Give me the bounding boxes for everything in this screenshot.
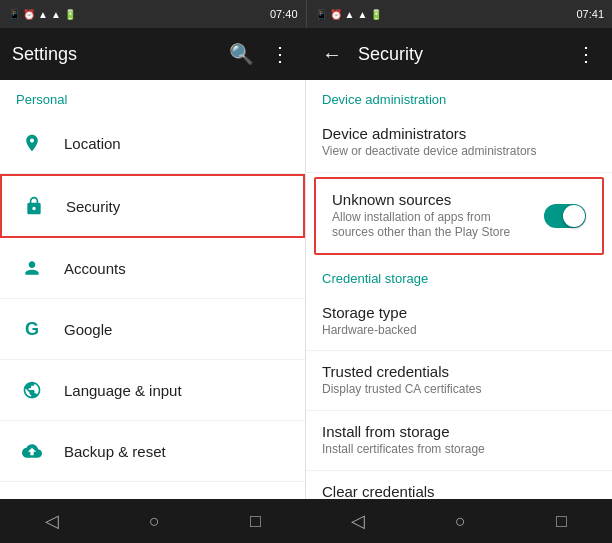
security-item-subtitle-1: Display trusted CA certificates	[322, 382, 596, 398]
security-item-text-0: Storage typeHardware-backed	[322, 304, 596, 339]
settings-item-security[interactable]: Security	[0, 174, 305, 238]
security-item-row-1: Unknown sourcesAllow installation of app…	[332, 191, 586, 241]
security-item-text-1: Trusted credentialsDisplay trusted CA ce…	[322, 363, 596, 398]
left-time: 07:40	[270, 8, 298, 20]
settings-item-icon-3: G	[16, 313, 48, 345]
security-item-clear-credentials[interactable]: Clear credentials	[306, 471, 612, 499]
security-item-trusted-credentials[interactable]: Trusted credentialsDisplay trusted CA ce…	[306, 351, 612, 411]
unknown-sources-toggle[interactable]	[544, 204, 586, 228]
settings-item-icon-5	[16, 435, 48, 467]
right-alarm-icon: ⏰	[330, 9, 342, 20]
security-item-row-1: Trusted credentialsDisplay trusted CA ce…	[322, 363, 596, 398]
security-item-row-0: Storage typeHardware-backed	[322, 304, 596, 339]
settings-item-accounts[interactable]: Accounts	[0, 238, 305, 299]
wifi-icon: ▲	[51, 9, 61, 20]
security-item-unknown-sources[interactable]: Unknown sourcesAllow installation of app…	[314, 177, 604, 255]
main-content: Personal LocationSecurityAccountsGGoogle…	[0, 80, 612, 499]
security-item-row-2: Install from storageInstall certificates…	[322, 423, 596, 458]
security-item-storage-type[interactable]: Storage typeHardware-backed	[306, 292, 612, 352]
left-nav-bar: ◁ ○ □	[0, 499, 306, 543]
left-recent-nav-icon[interactable]: □	[250, 511, 261, 532]
security-more-icon[interactable]: ⋮	[572, 38, 600, 70]
security-panel: Device administrationDevice administrato…	[306, 80, 612, 499]
left-toolbar: Settings 🔍 ⋮	[0, 28, 306, 80]
right-status-bar: 📱 ⏰ ▲ ▲ 🔋 07:41	[306, 0, 613, 28]
security-item-text-2: Install from storageInstall certificates…	[322, 423, 596, 458]
toggle-knob	[563, 205, 585, 227]
right-status-icons: 📱 ⏰ ▲ ▲ 🔋	[315, 9, 383, 20]
settings-title: Settings	[12, 44, 217, 65]
settings-panel: Personal LocationSecurityAccountsGGoogle…	[0, 80, 306, 499]
security-title: Security	[358, 44, 564, 65]
right-signal-icon: ▲	[345, 9, 355, 20]
security-item-title-2: Install from storage	[322, 423, 596, 440]
security-item-text-0: Device administratorsView or deactivate …	[322, 125, 596, 160]
security-section-label-0: Device administration	[306, 80, 612, 113]
security-item-title-1: Unknown sources	[332, 191, 536, 208]
settings-item-language--input[interactable]: Language & input	[0, 360, 305, 421]
left-status-icons: 📱 ⏰ ▲ ▲ 🔋	[8, 9, 76, 20]
settings-item-icon-1	[18, 190, 50, 222]
security-item-subtitle-0: View or deactivate device administrators	[322, 144, 596, 160]
security-item-text-1: Unknown sourcesAllow installation of app…	[332, 191, 536, 241]
settings-item-backup--reset[interactable]: Backup & reset	[0, 421, 305, 482]
search-icon[interactable]: 🔍	[225, 38, 258, 70]
right-time: 07:41	[576, 8, 604, 20]
settings-item-location[interactable]: Location	[0, 113, 305, 174]
signal-icon: ▲	[38, 9, 48, 20]
settings-item-google[interactable]: GGoogle	[0, 299, 305, 360]
security-item-row-3: Clear credentials	[322, 483, 596, 499]
right-recent-nav-icon[interactable]: □	[556, 511, 567, 532]
settings-item-label-2: Accounts	[64, 260, 126, 277]
security-item-title-1: Trusted credentials	[322, 363, 596, 380]
settings-item-label-0: Location	[64, 135, 121, 152]
battery-icon: 🔋	[64, 9, 76, 20]
right-phone-icon: 📱	[315, 9, 327, 20]
security-item-subtitle-2: Install certificates from storage	[322, 442, 596, 458]
settings-item-icon-4	[16, 374, 48, 406]
right-home-nav-icon[interactable]: ○	[455, 511, 466, 532]
right-toolbar: ← Security ⋮	[306, 28, 612, 80]
security-item-text-3: Clear credentials	[322, 483, 596, 499]
security-item-row-0: Device administratorsView or deactivate …	[322, 125, 596, 160]
phone-icon: 📱	[8, 9, 20, 20]
settings-item-label-5: Backup & reset	[64, 443, 166, 460]
right-nav-bar: ◁ ○ □	[306, 499, 612, 543]
security-item-subtitle-0: Hardware-backed	[322, 323, 596, 339]
security-content: Device administrationDevice administrato…	[306, 80, 612, 499]
left-back-nav-icon[interactable]: ◁	[45, 510, 59, 532]
alarm-icon: ⏰	[23, 9, 35, 20]
security-item-device-administrators[interactable]: Device administratorsView or deactivate …	[306, 113, 612, 173]
back-icon[interactable]: ←	[318, 39, 346, 70]
settings-list: LocationSecurityAccountsGGoogleLanguage …	[0, 113, 305, 482]
settings-item-label-4: Language & input	[64, 382, 182, 399]
security-item-title-3: Clear credentials	[322, 483, 596, 499]
left-status-bar: 📱 ⏰ ▲ ▲ 🔋 07:40	[0, 0, 306, 28]
security-item-title-0: Storage type	[322, 304, 596, 321]
settings-item-label-3: Google	[64, 321, 112, 338]
settings-item-icon-0	[16, 127, 48, 159]
security-section-label-1: Credential storage	[306, 259, 612, 292]
settings-item-label-1: Security	[66, 198, 120, 215]
toolbars: Settings 🔍 ⋮ ← Security ⋮	[0, 28, 612, 80]
security-item-subtitle-1: Allow installation of apps from sources …	[332, 210, 536, 241]
right-battery-icon: 🔋	[370, 9, 382, 20]
settings-item-icon-2	[16, 252, 48, 284]
status-bars: 📱 ⏰ ▲ ▲ 🔋 07:40 📱 ⏰ ▲ ▲ 🔋 07:41	[0, 0, 612, 28]
personal-section-label: Personal	[0, 80, 305, 113]
left-home-nav-icon[interactable]: ○	[149, 511, 160, 532]
security-item-install-from-storage[interactable]: Install from storageInstall certificates…	[306, 411, 612, 471]
more-options-icon[interactable]: ⋮	[266, 38, 294, 70]
security-item-title-0: Device administrators	[322, 125, 596, 142]
right-wifi-icon: ▲	[357, 9, 367, 20]
nav-bars: ◁ ○ □ ◁ ○ □	[0, 499, 612, 543]
right-back-nav-icon[interactable]: ◁	[351, 510, 365, 532]
